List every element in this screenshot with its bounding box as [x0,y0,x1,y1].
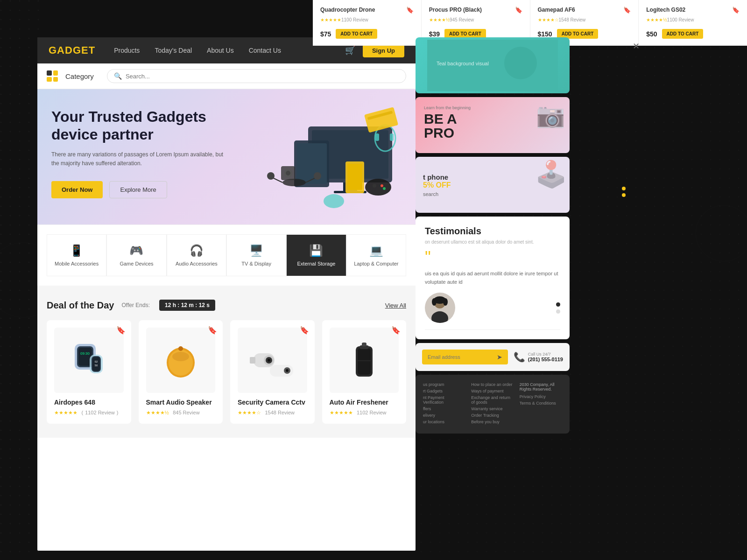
nav-todays-deal[interactable]: Today's Deal [155,47,192,54]
nav-products[interactable]: Products [114,47,140,54]
svg-text:Teal background visual: Teal background visual [437,61,489,66]
product-name-2: Security Camera Cctv [238,399,307,406]
view-all-link[interactable]: View All [385,302,406,309]
bookmark-icon-3[interactable]: 🔖 [391,326,401,335]
email-send-icon: ➤ [497,353,502,361]
cat-audio-accessories[interactable]: 🎧 Audio Accessories [167,234,226,276]
testimonial-dot-active[interactable] [556,302,560,307]
phone-icon: 📞 [514,351,525,363]
be-a-pro-text: BE A [424,111,457,126]
be-a-pro-banner: Learn from the beginning BE A PRO 📷 [416,97,570,153]
footer-link[interactable]: elivery [423,413,465,418]
footer-link[interactable]: us program [423,382,465,387]
cat-laptop-computer-label: Laptop & Computer [354,261,398,266]
top-prod-name-2: Gamepad AF6 [538,7,575,13]
testimonials-subtitle: on deserunt ullamco est sit aliqua dolor… [425,239,560,245]
cat-game-devices-label: Game Devices [120,261,153,266]
teal-promo-card: Teal background visual [416,37,570,93]
svg-point-25 [373,184,376,188]
product-card-3: 🔖 Auto Air Freshener ★★★★★ [322,320,407,424]
svg-rect-58 [358,360,371,361]
cat-audio-accessories-label: Audio Accessories [176,261,218,266]
testimonial-dot-inactive[interactable] [556,309,560,314]
product-name-1: Smart Audio Speaker [146,399,216,406]
add-to-cart-0[interactable]: ADD TO CART [336,29,377,39]
product-card-0: 🔖 09:30 02 50 [47,320,131,424]
cat-game-devices[interactable]: 🎮 Game Devices [106,234,166,276]
bookmark-icon-2[interactable]: 🔖 [300,326,309,335]
external-storage-icon: 💾 [309,244,323,257]
footer-link[interactable]: Before you buy [471,420,514,424]
footer-contact-strip: ➤ 📞 Call Us 24/7 (201) 555-0119 [416,343,570,371]
testimonial-quote: uis ea quis id quis ad aerunt mollit dol… [425,270,560,286]
category-bar: Category 🔍 [37,63,416,89]
search-input[interactable] [126,73,399,80]
cat-mobile-accessories[interactable]: 📱 Mobile Accessories [47,234,106,276]
svg-point-48 [268,359,270,362]
cat-tv-display[interactable]: 🖥️ TV & Display [226,234,286,276]
hero-content: Your Trusted Gadgets device partner Ther… [51,108,229,198]
mobile-accessories-icon: 📱 [70,244,84,257]
footer-terms[interactable]: Terms & Conditions [520,401,562,406]
testimonials-section: Testimonials on deserunt ullamco est sit… [416,217,570,339]
top-prod-bookmark-0[interactable]: 🔖 [406,7,414,14]
game-devices-icon: 🎮 [129,244,143,257]
product-review-count-1: 845 Review [173,410,199,415]
category-grid-icon [47,70,58,82]
svg-point-22 [267,172,275,180]
cat-external-storage[interactable]: 💾 External Storage [286,234,346,276]
footer-link[interactable]: Ways of payment [471,389,514,393]
grid-cell-3 [47,77,52,82]
add-to-cart-3[interactable]: ADD TO CART [662,29,704,39]
category-label: Category [65,72,94,80]
footer-link[interactable]: How to place an order [471,382,514,387]
top-prod-bookmark-2[interactable]: 🔖 [623,7,631,14]
top-prod-bookmark-1[interactable]: 🔖 [515,7,522,14]
deal-header: Deal of the Day Offer Ends: 12 h : 12 m … [47,300,406,311]
svg-rect-49 [250,357,255,364]
main-content-panel: GADGET Products Today's Deal About Us Co… [37,37,416,551]
bookmark-icon-1[interactable]: 🔖 [208,326,217,335]
footer-link[interactable]: nt Payment Verification [423,395,465,405]
footer-link[interactable]: ffers [423,406,465,411]
footer-link[interactable]: ur locations [423,420,465,424]
product-name-0: Airdopes 648 [54,399,124,406]
top-prod-review-0: 1100 Review [341,17,368,22]
close-button[interactable]: ✕ [633,41,640,51]
nav-contact-us[interactable]: Contact Us [249,47,281,54]
categories-grid: 📱 Mobile Accessories 🎮 Game Devices 🎧 Au… [47,234,406,276]
logo-text-gad: GAD [49,44,73,56]
explore-more-button[interactable]: Explore More [109,181,167,198]
cart-icon[interactable]: 🛒 [345,45,355,56]
svg-point-30 [286,171,290,175]
cat-tv-display-label: TV & Display [241,261,271,266]
footer-link[interactable]: rt Gadgets [423,389,465,393]
hero-section: Your Trusted Gadgets device partner Ther… [37,89,416,224]
order-now-button[interactable]: Order Now [51,181,103,198]
svg-rect-15 [375,133,379,141]
footer-email-input[interactable] [428,354,494,360]
footer-privacy[interactable]: Privacy Policy [520,394,562,399]
top-prod-stars-3: ★★★★½ [646,17,667,22]
footer-link[interactable]: Warranty service [471,406,514,411]
top-prod-review-3: 1100 Review [667,17,694,22]
footer-copyright: 2030 Company, All Rights Reserved. [520,382,562,392]
footer-contact-row: ➤ 📞 Call Us 24/7 (201) 555-0119 [422,350,563,364]
grid-cell-1 [47,70,52,76]
product-img-3 [330,328,399,393]
deal-section: Deal of the Day Offer Ends: 12 h : 12 m … [37,286,416,438]
footer-link[interactable]: Order Tracking [471,413,514,418]
gamepad-icon: 🕹️ [535,159,567,189]
footer-link[interactable]: Exchange and return of goods [471,395,514,405]
call-number: (201) 555-0119 [528,357,563,362]
nav-about-us[interactable]: About Us [207,47,234,54]
top-prod-bookmark-3[interactable]: 🔖 [732,7,740,14]
top-prod-name-3: Logitech GS02 [646,7,685,13]
hero-gadgets-svg [252,89,411,220]
countdown-timer: 12 h : 12 m : 12 s [159,300,215,311]
product-review-close-0: ) [117,410,119,415]
cat-laptop-computer[interactable]: 💻 Laptop & Computer [346,234,406,276]
bookmark-icon-0[interactable]: 🔖 [116,326,126,335]
product-stars-2: ★★★★☆ [238,410,261,415]
hero-gadgets-visual [247,89,416,224]
